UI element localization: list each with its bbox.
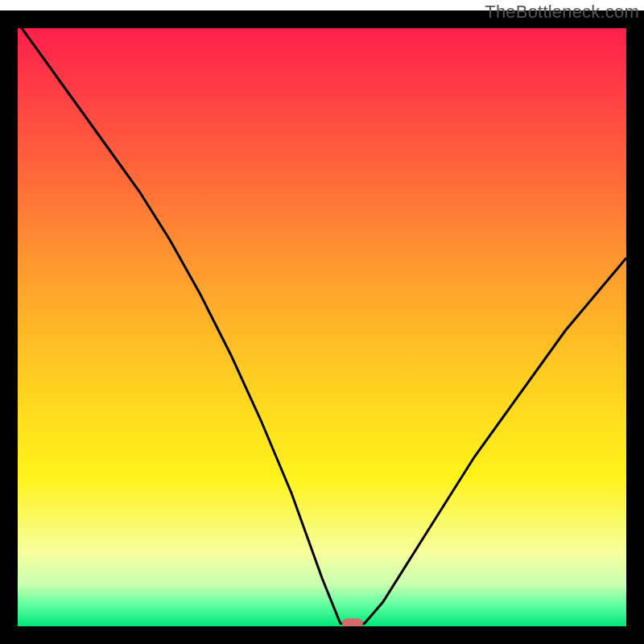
gradient-background [18, 28, 626, 626]
bottleneck-chart [0, 0, 644, 644]
watermark-label: TheBottleneck.com [485, 2, 639, 23]
chart-frame: TheBottleneck.com [0, 0, 644, 644]
